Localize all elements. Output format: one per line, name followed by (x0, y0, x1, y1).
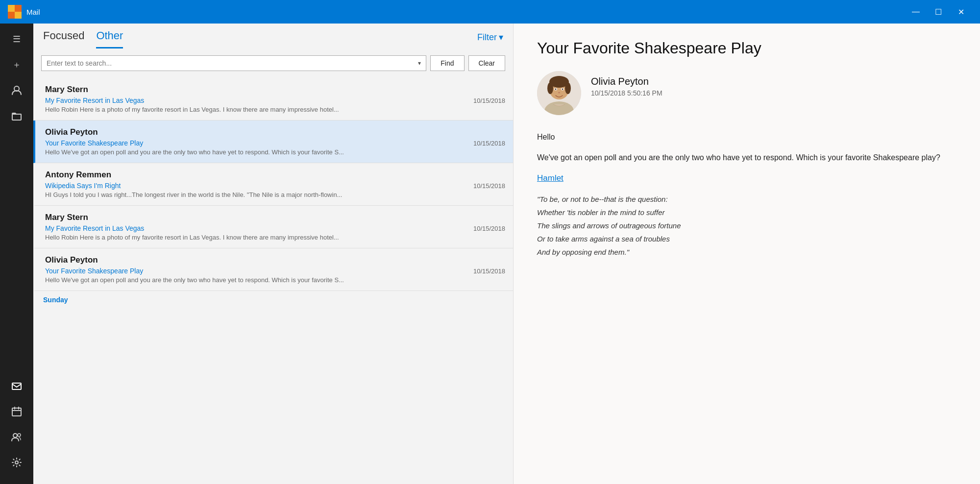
svg-rect-3 (15, 12, 22, 19)
sender-date: 10/15/2018 5:50:16 PM (591, 89, 662, 97)
email-sender: Mary Stern (45, 213, 505, 222)
svg-point-16 (565, 82, 571, 94)
window-controls: — ☐ ✕ (905, 4, 972, 20)
email-item[interactable]: Olivia Peyton Your Favorite Shakespeare … (33, 121, 513, 163)
greeting: Hello (537, 131, 956, 144)
svg-point-10 (15, 461, 18, 464)
search-input-wrapper[interactable]: ▾ (41, 55, 426, 71)
close-button[interactable]: ✕ (950, 4, 972, 20)
svg-rect-1 (15, 5, 22, 12)
play-link[interactable]: Hamlet (537, 173, 564, 183)
poem-text: "To be, or not to be--that is the questi… (537, 193, 956, 259)
email-preview: Hello Robin Here is a photo of my favori… (45, 234, 505, 241)
email-subject-row: My Favorite Resort in Las Vegas 10/15/20… (45, 97, 505, 104)
sender-info: Olivia Peyton 10/15/2018 5:50:16 PM (591, 71, 662, 97)
svg-rect-6 (12, 383, 21, 389)
compose-icon[interactable]: ＋ (5, 53, 28, 76)
email-item[interactable]: Mary Stern My Favorite Resort in Las Veg… (33, 78, 513, 121)
svg-point-8 (13, 434, 17, 437)
svg-rect-2 (8, 12, 15, 19)
email-date: 10/15/2018 (473, 97, 505, 104)
email-subject-row: My Favorite Resort in Las Vegas 10/15/20… (45, 224, 505, 232)
email-date: 10/15/2018 (473, 140, 505, 147)
app-logo (8, 5, 22, 19)
svg-point-9 (18, 434, 21, 436)
svg-point-15 (547, 82, 553, 94)
email-item[interactable]: Antony Remmen Wikipedia Says I'm Right 1… (33, 163, 513, 206)
svg-point-20 (562, 89, 564, 90)
email-subject-row: Wikipedia Says I'm Right 10/15/2018 (45, 182, 505, 190)
reading-pane: Your Favorite Shakespeare Play (514, 24, 980, 484)
email-preview: HI Guys I told you I was right...The lon… (45, 191, 505, 198)
email-date: 10/15/2018 (473, 267, 505, 275)
section-label: Sunday (33, 291, 513, 306)
email-subject-row: Your Favorite Shakespeare Play 10/15/201… (45, 139, 505, 147)
email-preview: Hello We've got an open poll and you are… (45, 148, 505, 156)
clear-button[interactable]: Clear (468, 55, 505, 71)
email-sender: Antony Remmen (45, 170, 505, 180)
main-area: ☰ ＋ (0, 24, 980, 484)
email-sender: Olivia Peyton (45, 127, 505, 137)
email-subject: My Favorite Resort in Las Vegas (45, 97, 144, 104)
avatar (537, 71, 581, 115)
email-item[interactable]: Mary Stern My Favorite Resort in Las Veg… (33, 206, 513, 248)
left-nav: ☰ ＋ (0, 24, 33, 484)
email-item[interactable]: Olivia Peyton Your Favorite Shakespeare … (33, 248, 513, 291)
search-input[interactable] (47, 59, 418, 67)
inbox-tabs: Focused Other (43, 29, 123, 48)
hamburger-icon[interactable]: ☰ (5, 27, 28, 51)
email-sender: Mary Stern (45, 85, 505, 95)
email-date: 10/15/2018 (473, 182, 505, 190)
tab-focused[interactable]: Focused (43, 29, 84, 48)
calendar-nav-icon[interactable] (5, 400, 28, 423)
maximize-button[interactable]: ☐ (927, 4, 950, 20)
svg-point-19 (555, 89, 557, 90)
folders-icon[interactable] (5, 104, 28, 127)
svg-rect-7 (12, 408, 21, 416)
reading-header: Olivia Peyton 10/15/2018 5:50:16 PM (537, 71, 956, 115)
chevron-down-icon: ▾ (499, 32, 503, 43)
email-list-panel: Focused Other Filter ▾ ▾ Find Clear (33, 24, 514, 484)
people-nav-icon[interactable] (5, 425, 28, 449)
email-subject: Your Favorite Shakespeare Play (45, 267, 143, 275)
settings-nav-icon[interactable] (5, 451, 28, 474)
tabs-area: Focused Other Filter ▾ (33, 24, 513, 48)
email-subject-row: Your Favorite Shakespeare Play 10/15/201… (45, 267, 505, 275)
tab-other[interactable]: Other (96, 29, 123, 48)
svg-rect-0 (8, 5, 15, 12)
email-sender: Olivia Peyton (45, 255, 505, 265)
search-bar: ▾ Find Clear (33, 48, 513, 78)
minimize-button[interactable]: — (905, 4, 927, 20)
svg-rect-5 (12, 114, 21, 120)
mail-nav-icon[interactable] (5, 374, 28, 398)
email-preview: Hello Robin Here is a photo of my favori… (45, 106, 505, 113)
email-title: Your Favorite Shakespeare Play (537, 39, 956, 57)
sender-name: Olivia Peyton (591, 76, 662, 87)
email-subject: Your Favorite Shakespeare Play (45, 139, 143, 147)
email-date: 10/15/2018 (473, 225, 505, 232)
body-paragraph: We've got an open poll and you are the o… (537, 151, 956, 164)
svg-point-21 (558, 92, 560, 94)
reading-body: Hello We've got an open poll and you are… (537, 131, 956, 266)
title-bar: Mail — ☐ ✕ (0, 0, 980, 24)
email-preview: Hello We've got an open poll and you are… (45, 276, 505, 284)
email-list: Mary Stern My Favorite Resort in Las Veg… (33, 78, 513, 484)
email-subject: My Favorite Resort in Las Vegas (45, 224, 144, 232)
search-dropdown-button[interactable]: ▾ (418, 60, 421, 67)
email-subject: Wikipedia Says I'm Right (45, 182, 121, 190)
find-button[interactable]: Find (430, 55, 464, 71)
app-title: Mail (26, 8, 905, 16)
filter-button[interactable]: Filter ▾ (477, 32, 503, 48)
contacts-icon[interactable] (5, 78, 28, 102)
